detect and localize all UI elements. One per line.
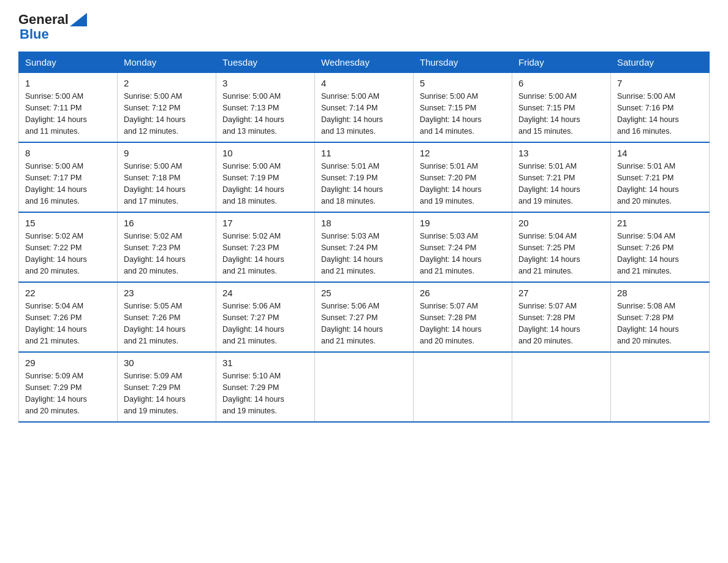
day-number: 17 <box>222 218 308 228</box>
calendar-cell <box>414 352 512 422</box>
day-info: Sunrise: 5:09 AMSunset: 7:29 PMDaylight:… <box>124 372 186 415</box>
day-number: 28 <box>617 288 703 298</box>
day-number: 22 <box>25 288 111 298</box>
logo-blue-text: Blue <box>20 27 87 42</box>
day-info: Sunrise: 5:05 AMSunset: 7:26 PMDaylight:… <box>124 302 186 345</box>
column-header-thursday: Thursday <box>414 52 512 73</box>
day-number: 29 <box>25 358 111 368</box>
day-info: Sunrise: 5:04 AMSunset: 7:25 PMDaylight:… <box>518 232 580 275</box>
day-number: 18 <box>321 218 407 228</box>
column-header-friday: Friday <box>512 52 611 73</box>
calendar-cell: 25 Sunrise: 5:06 AMSunset: 7:27 PMDaylig… <box>315 282 414 352</box>
day-info: Sunrise: 5:00 AMSunset: 7:12 PMDaylight:… <box>124 92 186 135</box>
calendar-cell: 11 Sunrise: 5:01 AMSunset: 7:19 PMDaylig… <box>315 142 414 212</box>
day-info: Sunrise: 5:03 AMSunset: 7:24 PMDaylight:… <box>420 232 482 275</box>
day-info: Sunrise: 5:00 AMSunset: 7:18 PMDaylight:… <box>124 162 186 205</box>
day-number: 6 <box>518 78 604 88</box>
calendar-cell: 1 Sunrise: 5:00 AMSunset: 7:11 PMDayligh… <box>19 73 118 143</box>
day-info: Sunrise: 5:00 AMSunset: 7:19 PMDaylight:… <box>222 162 284 205</box>
calendar-cell: 3 Sunrise: 5:00 AMSunset: 7:13 PMDayligh… <box>216 73 315 143</box>
day-number: 8 <box>25 148 111 158</box>
day-info: Sunrise: 5:03 AMSunset: 7:24 PMDaylight:… <box>321 232 383 275</box>
day-info: Sunrise: 5:07 AMSunset: 7:28 PMDaylight:… <box>420 302 482 345</box>
day-info: Sunrise: 5:01 AMSunset: 7:21 PMDaylight:… <box>617 162 679 205</box>
day-number: 4 <box>321 78 407 88</box>
calendar-cell: 15 Sunrise: 5:02 AMSunset: 7:22 PMDaylig… <box>19 212 118 282</box>
day-info: Sunrise: 5:06 AMSunset: 7:27 PMDaylight:… <box>321 302 383 345</box>
calendar-cell <box>512 352 611 422</box>
calendar-header-row: SundayMondayTuesdayWednesdayThursdayFrid… <box>19 52 710 73</box>
day-info: Sunrise: 5:02 AMSunset: 7:23 PMDaylight:… <box>222 232 284 275</box>
calendar-cell: 14 Sunrise: 5:01 AMSunset: 7:21 PMDaylig… <box>611 142 710 212</box>
calendar-cell <box>611 352 710 422</box>
calendar-cell: 22 Sunrise: 5:04 AMSunset: 7:26 PMDaylig… <box>19 282 118 352</box>
day-number: 27 <box>518 288 604 298</box>
day-number: 25 <box>321 288 407 298</box>
column-header-saturday: Saturday <box>611 52 710 73</box>
day-number: 5 <box>420 78 506 88</box>
calendar-week-row: 22 Sunrise: 5:04 AMSunset: 7:26 PMDaylig… <box>19 282 710 352</box>
calendar-cell: 29 Sunrise: 5:09 AMSunset: 7:29 PMDaylig… <box>19 352 118 422</box>
svg-marker-0 <box>70 13 87 26</box>
day-number: 11 <box>321 148 407 158</box>
day-info: Sunrise: 5:01 AMSunset: 7:21 PMDaylight:… <box>518 162 580 205</box>
day-number: 9 <box>124 148 210 158</box>
day-info: Sunrise: 5:04 AMSunset: 7:26 PMDaylight:… <box>25 302 87 345</box>
column-header-monday: Monday <box>118 52 216 73</box>
day-number: 30 <box>124 358 210 368</box>
calendar-week-row: 15 Sunrise: 5:02 AMSunset: 7:22 PMDaylig… <box>19 212 710 282</box>
day-info: Sunrise: 5:00 AMSunset: 7:15 PMDaylight:… <box>420 92 482 135</box>
calendar-cell: 2 Sunrise: 5:00 AMSunset: 7:12 PMDayligh… <box>118 73 216 143</box>
calendar-cell: 17 Sunrise: 5:02 AMSunset: 7:23 PMDaylig… <box>216 212 315 282</box>
column-header-tuesday: Tuesday <box>216 52 315 73</box>
day-info: Sunrise: 5:01 AMSunset: 7:20 PMDaylight:… <box>420 162 482 205</box>
day-number: 15 <box>25 218 111 228</box>
calendar-cell: 7 Sunrise: 5:00 AMSunset: 7:16 PMDayligh… <box>611 73 710 143</box>
column-header-wednesday: Wednesday <box>315 52 414 73</box>
day-info: Sunrise: 5:00 AMSunset: 7:14 PMDaylight:… <box>321 92 383 135</box>
day-info: Sunrise: 5:00 AMSunset: 7:11 PMDaylight:… <box>25 92 87 135</box>
calendar-cell: 20 Sunrise: 5:04 AMSunset: 7:25 PMDaylig… <box>512 212 611 282</box>
logo-wordmark: General Blue <box>18 12 87 42</box>
day-number: 2 <box>124 78 210 88</box>
day-info: Sunrise: 5:00 AMSunset: 7:15 PMDaylight:… <box>518 92 580 135</box>
day-info: Sunrise: 5:08 AMSunset: 7:28 PMDaylight:… <box>617 302 679 345</box>
day-number: 19 <box>420 218 506 228</box>
calendar-cell: 4 Sunrise: 5:00 AMSunset: 7:14 PMDayligh… <box>315 73 414 143</box>
day-number: 23 <box>124 288 210 298</box>
calendar-cell: 9 Sunrise: 5:00 AMSunset: 7:18 PMDayligh… <box>118 142 216 212</box>
day-number: 12 <box>420 148 506 158</box>
day-number: 1 <box>25 78 111 88</box>
calendar-cell: 28 Sunrise: 5:08 AMSunset: 7:28 PMDaylig… <box>611 282 710 352</box>
calendar-cell: 18 Sunrise: 5:03 AMSunset: 7:24 PMDaylig… <box>315 212 414 282</box>
day-number: 10 <box>222 148 308 158</box>
calendar-cell: 23 Sunrise: 5:05 AMSunset: 7:26 PMDaylig… <box>118 282 216 352</box>
day-number: 3 <box>222 78 308 88</box>
day-info: Sunrise: 5:02 AMSunset: 7:23 PMDaylight:… <box>124 232 186 275</box>
logo: General Blue <box>18 12 87 42</box>
day-number: 31 <box>222 358 308 368</box>
calendar-cell: 12 Sunrise: 5:01 AMSunset: 7:20 PMDaylig… <box>414 142 512 212</box>
day-info: Sunrise: 5:04 AMSunset: 7:26 PMDaylight:… <box>617 232 679 275</box>
day-info: Sunrise: 5:07 AMSunset: 7:28 PMDaylight:… <box>518 302 580 345</box>
calendar-cell <box>315 352 414 422</box>
day-number: 16 <box>124 218 210 228</box>
day-number: 14 <box>617 148 703 158</box>
day-info: Sunrise: 5:01 AMSunset: 7:19 PMDaylight:… <box>321 162 383 205</box>
day-number: 21 <box>617 218 703 228</box>
calendar-cell: 10 Sunrise: 5:00 AMSunset: 7:19 PMDaylig… <box>216 142 315 212</box>
calendar-table: SundayMondayTuesdayWednesdayThursdayFrid… <box>18 52 710 423</box>
day-number: 24 <box>222 288 308 298</box>
day-info: Sunrise: 5:10 AMSunset: 7:29 PMDaylight:… <box>222 372 284 415</box>
calendar-cell: 27 Sunrise: 5:07 AMSunset: 7:28 PMDaylig… <box>512 282 611 352</box>
calendar-cell: 19 Sunrise: 5:03 AMSunset: 7:24 PMDaylig… <box>414 212 512 282</box>
calendar-cell: 8 Sunrise: 5:00 AMSunset: 7:17 PMDayligh… <box>19 142 118 212</box>
day-info: Sunrise: 5:06 AMSunset: 7:27 PMDaylight:… <box>222 302 284 345</box>
calendar-cell: 13 Sunrise: 5:01 AMSunset: 7:21 PMDaylig… <box>512 142 611 212</box>
day-info: Sunrise: 5:00 AMSunset: 7:16 PMDaylight:… <box>617 92 679 135</box>
day-number: 20 <box>518 218 604 228</box>
calendar-week-row: 8 Sunrise: 5:00 AMSunset: 7:17 PMDayligh… <box>19 142 710 212</box>
calendar-cell: 26 Sunrise: 5:07 AMSunset: 7:28 PMDaylig… <box>414 282 512 352</box>
calendar-cell: 30 Sunrise: 5:09 AMSunset: 7:29 PMDaylig… <box>118 352 216 422</box>
calendar-cell: 5 Sunrise: 5:00 AMSunset: 7:15 PMDayligh… <box>414 73 512 143</box>
